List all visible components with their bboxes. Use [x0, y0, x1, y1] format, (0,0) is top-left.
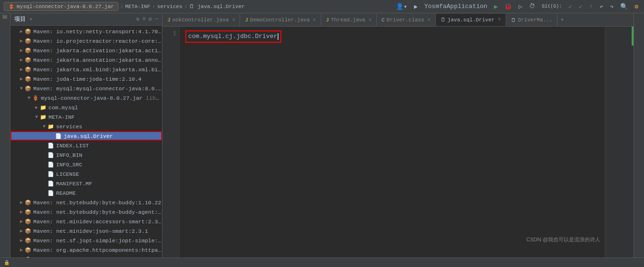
git-check2[interactable]: ✓: [577, 2, 585, 11]
run-button[interactable]: ▶: [492, 2, 500, 11]
close-icon[interactable]: ×: [232, 18, 235, 23]
close-icon[interactable]: ×: [313, 18, 316, 23]
java-icon: J: [326, 17, 329, 23]
tree-item-com-mysql[interactable]: ▶ 📁 com.mysql: [10, 103, 162, 112]
tab-label: Thread.java: [331, 17, 365, 23]
coverage-button[interactable]: ▷: [517, 2, 524, 11]
git-check1[interactable]: ✓: [567, 2, 574, 11]
tree-item-bytebuddy2[interactable]: ▶ 📦 Maven: net.bytebuddy:byte-buddy-agen…: [10, 207, 162, 217]
panel-dropdown-icon[interactable]: ▾: [29, 16, 33, 22]
tab-label: java.sql.Driver: [448, 17, 495, 23]
run-config[interactable]: ▶: [412, 2, 420, 11]
item-label: com.mysql: [48, 105, 162, 111]
tree-item-readme[interactable]: 📄 README: [10, 188, 162, 198]
tree-item-java-sql-driver[interactable]: 📄 java.sql.Driver: [10, 131, 162, 141]
breadcrumb-meta-inf[interactable]: META-INF: [125, 4, 150, 10]
item-label: META-INF: [48, 114, 162, 120]
file-icon: 📦: [25, 38, 31, 44]
tree-item-maven3[interactable]: ▶ 📦 Maven: jakarta.activation:jakarta.ac…: [10, 46, 162, 55]
file-icon: 📄: [48, 152, 54, 158]
tree-item-minidev2[interactable]: ▶ 📦 Maven: net.minidev:json-smart:2.3.1: [10, 226, 162, 236]
tree-item-license[interactable]: 📄 LICENSE: [10, 169, 162, 179]
tree-item-bytebuddy1[interactable]: ▶ 📦 Maven: net.bytebuddy:byte-buddy:1.10…: [10, 198, 162, 207]
tab-bookcontroller[interactable]: J ookController.java ×: [163, 14, 240, 26]
user-icon[interactable]: 👤▾: [394, 2, 409, 11]
close-icon[interactable]: ×: [369, 18, 372, 23]
item-label: Maven: net.minidev:accessors-smart:2.3.1: [33, 219, 162, 225]
status-text: 🔒: [4, 260, 10, 266]
item-label: mysql-connector-java-8.0.27.jar library …: [41, 95, 162, 102]
search-button[interactable]: 🔍: [618, 2, 630, 11]
arrow-icon: ▶: [18, 67, 25, 72]
file-icon: 📄: [48, 171, 54, 177]
tree-item-maven1[interactable]: ▶ 📦 Maven: io.netty:netty-transport:4.1.…: [10, 27, 162, 36]
item-label: Maven: io.projectreactor:reactor-core:3.…: [33, 38, 162, 44]
arrow-icon: ▶: [18, 29, 25, 34]
git-arrow-up[interactable]: ↑: [587, 2, 595, 11]
tab-democontroller[interactable]: J DemoController.java ×: [240, 14, 321, 26]
tree-item-http1[interactable]: ▶ 📦 Maven: org.apache.httpcomponents:htt…: [10, 245, 162, 255]
tree-item-info-bin[interactable]: 📄 INFO_BIN: [10, 150, 162, 160]
tab-driver-class[interactable]: C Driver.class ×: [377, 14, 436, 26]
bookmark-icon[interactable]: 结构: [635, 15, 644, 17]
file-icon: 📦: [25, 247, 31, 253]
item-label: Maven: net.bytebuddy:byte-buddy-agent:1.…: [33, 209, 162, 215]
item-label: INFO_SRC: [56, 162, 162, 168]
tree-item-jopt[interactable]: ▶ 📦 Maven: net.sf.jopt-simple:jopt-simpl…: [10, 236, 162, 245]
file-icon: 📦: [25, 57, 31, 63]
item-label: INFO_BIN: [56, 152, 162, 158]
tab-label: ookController.java: [173, 17, 229, 23]
arrow-icon: ▶: [18, 238, 25, 243]
project-tree: ▶ 📦 Maven: io.netty:netty-transport:4.1.…: [10, 26, 162, 257]
item-label: services: [56, 124, 162, 130]
toolbar-right: 👤▾ ▶ YosmfaApplication ▶ 🐞 ▷ ⏱ Git(G): ✓…: [394, 2, 644, 11]
breadcrumb-file[interactable]: 🏺 mysql-connector-java-8.0.27.jar: [4, 2, 118, 11]
close-icon[interactable]: ×: [428, 18, 431, 23]
panel-icon-collapse[interactable]: ≡: [142, 16, 145, 23]
panel-icon-minimize[interactable]: —: [155, 16, 158, 23]
tree-item-minidev1[interactable]: ▶ 📦 Maven: net.minidev:accessors-smart:2…: [10, 217, 162, 226]
arrow-icon: ▼: [33, 114, 40, 120]
panel-icon-settings[interactable]: ⚙: [149, 16, 152, 23]
arrow-icon: ▶: [18, 209, 25, 215]
tree-item-info-src[interactable]: 📄 INFO_SRC: [10, 160, 162, 169]
breadcrumb-driver[interactable]: 🗒 java.sql.Driver: [189, 3, 245, 10]
settings-button[interactable]: ⚙: [633, 2, 640, 11]
breadcrumb-services[interactable]: services: [157, 4, 183, 10]
file-icon: 🗒: [511, 17, 516, 23]
app-config[interactable]: YosmfaApplication: [423, 2, 490, 11]
redo-button[interactable]: ↷: [608, 2, 615, 11]
tab-more-button[interactable]: ▾: [557, 16, 567, 23]
tree-item-index-list[interactable]: 📄 INDEX.LIST: [10, 141, 162, 150]
tree-item-maven6[interactable]: ▶ 📦 Maven: joda-time:joda-time:2.10.4: [10, 74, 162, 84]
tree-item-services[interactable]: ▼ 📁 services: [10, 122, 162, 131]
cursor: [278, 33, 279, 40]
tab-thread[interactable]: J Thread.java ×: [321, 14, 377, 26]
tree-item-mysql-jar[interactable]: ▼ 🏺 mysql-connector-java-8.0.27.jar libr…: [10, 93, 162, 103]
debug-button[interactable]: 🐞: [502, 2, 514, 11]
tab-java-sql-driver[interactable]: 🗒 java.sql.Driver ×: [436, 14, 506, 26]
tree-item-mysql-parent[interactable]: ▼ 📦 Maven: mysql:mysql-connector-java:8.…: [10, 84, 162, 93]
tree-item-maven5[interactable]: ▶ 📦 Maven: jakarta.xml.bind:jakarta.xml.…: [10, 65, 162, 74]
item-label: Maven: org.apache.httpcomponents:httpasy…: [33, 247, 162, 253]
item-label: Maven: net.sf.jopt-simple:jopt-simple:5.…: [33, 238, 162, 244]
class-icon: C: [382, 17, 385, 23]
arrow-icon: ▶: [18, 200, 25, 205]
item-label: Maven: jakarta.annotation:jakarta.annota…: [33, 57, 162, 63]
close-icon[interactable]: ×: [498, 17, 501, 22]
panel-icon-locate[interactable]: ⊕: [136, 16, 139, 23]
item-label: Maven: jakarta.xml.bind:jakarta.xml.bind…: [33, 67, 162, 73]
profile-button[interactable]: ⏱: [527, 2, 537, 11]
tree-item-maven4[interactable]: ▶ 📦 Maven: jakarta.annotation:jakarta.an…: [10, 55, 162, 65]
bottom-bar: 🔒: [0, 257, 644, 267]
tree-item-manifest[interactable]: 📄 MANIFEST.MF: [10, 179, 162, 188]
undo-button[interactable]: ↶: [598, 2, 606, 11]
tree-item-maven2[interactable]: ▶ 📦 Maven: io.projectreactor:reactor-cor…: [10, 36, 162, 46]
tab-drivermanager[interactable]: 🗒 DriverMa...: [506, 14, 558, 26]
sidebar-item-structure[interactable]: 结构: [1, 22, 10, 25]
code-area[interactable]: com.mysql.cj.jdbc.Driver: [180, 27, 605, 257]
sidebar-item-project[interactable]: 项目: [1, 15, 10, 18]
tab-label: Driver.class: [386, 17, 424, 23]
tree-item-meta-inf[interactable]: ▼ 📁 META-INF: [10, 112, 162, 122]
project-panel: 项目 ▾ ⊕ ≡ ⚙ — ▶ 📦 Maven: io.netty:netty-t…: [10, 13, 163, 257]
